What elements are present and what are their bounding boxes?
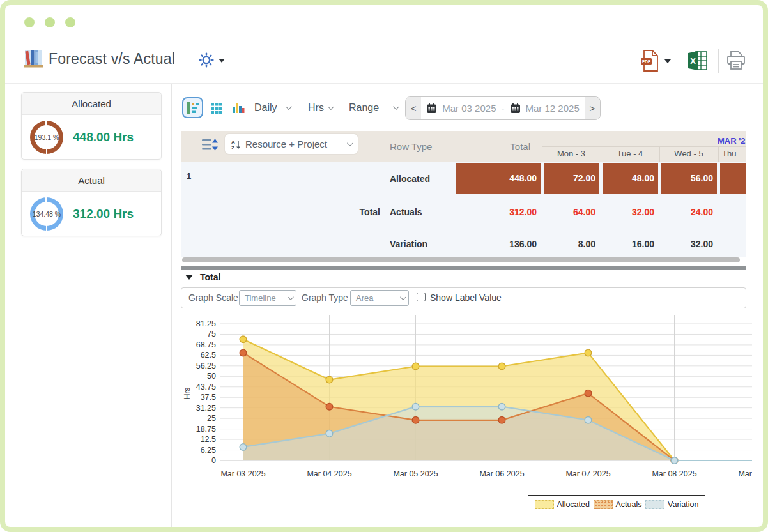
grid-view-button[interactable]	[206, 97, 227, 118]
header-row-border	[542, 146, 746, 147]
settings-gear-icon[interactable]	[199, 52, 214, 68]
svg-text:50: 50	[207, 372, 216, 381]
svg-text:18.75: 18.75	[196, 425, 216, 434]
chart-legend: Allocated Actuals Variation	[528, 495, 705, 513]
variation-day-value: 8.00	[544, 239, 599, 249]
pdf-options-caret-icon[interactable]	[664, 59, 671, 63]
page-title: Forecast v/s Actual	[49, 50, 175, 68]
period-dropdown[interactable]: Daily	[250, 98, 293, 118]
svg-text:Mar 07 2025: Mar 07 2025	[565, 469, 610, 478]
graph-scale-select[interactable]: Timeline	[239, 290, 296, 306]
svg-text:62.5: 62.5	[201, 351, 216, 360]
svg-text:Mar 05 2025: Mar 05 2025	[393, 469, 438, 478]
sidebar-divider	[171, 84, 172, 527]
svg-text:56.25: 56.25	[196, 361, 216, 370]
print-icon[interactable]	[726, 50, 746, 72]
allocated-hours: 448.00 Hrs	[73, 130, 134, 144]
divider	[718, 49, 719, 73]
svg-text:X: X	[690, 56, 696, 66]
next-period-button[interactable]: >	[585, 97, 600, 119]
total-section-label: Total	[200, 272, 220, 282]
variation-day-value: 16.00	[603, 239, 658, 249]
svg-text:Mar 08 2025: Mar 08 2025	[652, 469, 696, 478]
date-separator: -	[502, 103, 505, 114]
legend-item-variation: Variation	[645, 500, 698, 509]
end-date[interactable]: Mar 12 2025	[526, 103, 580, 114]
calendar-icon[interactable]	[510, 103, 521, 114]
gantt-view-button[interactable]	[182, 97, 203, 118]
legend-item-actuals: Actuals	[594, 500, 642, 509]
svg-text:Mar 09 2025: Mar 09 2025	[738, 469, 752, 478]
group-total-label: Total	[329, 207, 380, 217]
unit-dropdown[interactable]: Hrs	[304, 98, 335, 118]
row-number: 1	[187, 171, 191, 181]
range-mode-dropdown[interactable]: Range	[345, 98, 400, 118]
chevron-down-icon	[288, 294, 294, 300]
column-border	[718, 146, 719, 162]
svg-text:12.5: 12.5	[201, 435, 216, 444]
row-type-column-header: Row Type	[390, 141, 432, 152]
settings-caret-icon[interactable]	[219, 59, 225, 63]
chart-view-icon	[231, 101, 245, 115]
actual-summary-card: Actual 134.48 % 312.00 Hrs	[21, 169, 162, 236]
actual-card-title: Actual	[22, 169, 161, 192]
chevron-down-icon	[286, 103, 292, 110]
allocated-card-title: Allocated	[22, 93, 161, 115]
day-header-tue: Tue - 4	[601, 149, 659, 158]
gantt-view-icon	[186, 101, 200, 115]
chevron-down-icon	[328, 103, 334, 110]
svg-text:Mar 06 2025: Mar 06 2025	[479, 469, 524, 478]
row-type-variation: Variation	[390, 239, 427, 249]
svg-text:37.5: 37.5	[201, 393, 216, 402]
svg-text:6.25: 6.25	[201, 446, 216, 455]
svg-text:25: 25	[207, 414, 216, 423]
excel-export-icon[interactable]: X	[687, 50, 708, 72]
allocated-day-cell: 48.00	[603, 163, 658, 194]
day-header-wed: Wed - 5	[659, 149, 718, 158]
row-type-allocated: Allocated	[390, 174, 430, 184]
calendar-icon[interactable]	[426, 103, 437, 114]
svg-text:Hrs: Hrs	[183, 388, 192, 400]
collapse-triangle-icon	[185, 275, 193, 280]
pdf-export-icon[interactable]: PDF	[640, 49, 659, 72]
svg-text:Mar 03 2025: Mar 03 2025	[220, 469, 265, 478]
window-dot[interactable]	[65, 17, 75, 27]
variation-swatch	[645, 500, 664, 509]
svg-text:43.75: 43.75	[196, 383, 216, 391]
graph-type-label: Graph Type	[302, 293, 348, 303]
app-window: { "header": { "title": "Forecast v/s Act…	[0, 0, 768, 532]
window-dot[interactable]	[45, 17, 55, 27]
actual-progress-ring: 134.48 %	[30, 197, 63, 231]
graph-type-select[interactable]: Area	[350, 290, 409, 306]
svg-text:75: 75	[207, 330, 216, 338]
chart-view-button[interactable]	[227, 97, 249, 118]
resource-project-select[interactable]: A Z Resource + Project	[225, 134, 358, 154]
total-section-toggle[interactable]: Total	[185, 272, 220, 282]
day-header-mon: Mon - 3	[542, 149, 601, 158]
prev-period-button[interactable]: <	[406, 97, 421, 119]
chevron-down-icon	[400, 294, 406, 300]
actuals-day-value: 32.00	[603, 207, 658, 217]
actual-percent: 134.48 %	[30, 197, 63, 231]
divider	[679, 49, 679, 73]
allocated-swatch	[535, 500, 554, 509]
section-divider	[181, 266, 746, 270]
reorder-sort-icon[interactable]	[202, 138, 219, 151]
show-label-value-checkbox[interactable]	[417, 293, 426, 301]
svg-text:PDF: PDF	[642, 59, 650, 64]
date-range-picker: < Mar 03 2025 - Mar 12 2025 >	[405, 96, 601, 120]
window-dot[interactable]	[24, 17, 35, 27]
legend-item-allocated: Allocated	[535, 500, 590, 509]
start-date[interactable]: Mar 03 2025	[442, 103, 496, 114]
svg-text:Z: Z	[231, 145, 234, 150]
allocated-day-cell-clipped	[720, 163, 746, 194]
area-chart[interactable]: 06.2512.518.752531.2537.543.755056.2562.…	[181, 312, 752, 490]
graph-scale-label: Graph Scale	[188, 293, 238, 303]
chevron-down-icon	[347, 140, 353, 146]
allocated-day-cell: 56.00	[661, 163, 717, 194]
horizontal-scrollbar[interactable]	[182, 257, 740, 262]
day-header-thu: Thu	[722, 149, 746, 158]
actuals-day-value: 24.00	[661, 207, 717, 217]
total-column-header: Total	[476, 141, 530, 152]
allocated-summary-card: Allocated 193.1 % 448.00 Hrs	[21, 92, 162, 160]
